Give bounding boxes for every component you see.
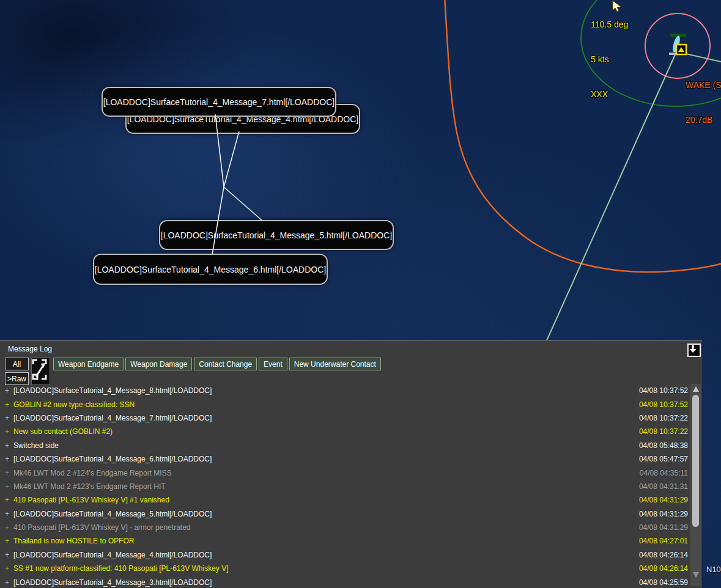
panel-title: Message Log	[8, 345, 52, 353]
log-row[interactable]: + GOBLIN #2 now type-classified: SSN 04/…	[0, 397, 690, 411]
expand-row-icon[interactable]: +	[5, 455, 13, 463]
log-timestamp: 04/08 10:37:22	[639, 427, 689, 436]
log-timestamp: 04/08 10:37:22	[639, 414, 689, 422]
unit-info-label: 110.5 deg 5 kts XXX	[591, 0, 628, 123]
log-timestamp: 04/08 04:35:11	[640, 469, 689, 477]
wake-contact-label: WAKE (S) 20.7dB	[686, 56, 721, 149]
orange-range-ring	[445, 0, 721, 272]
expand-row-icon[interactable]: +	[5, 578, 13, 587]
filter-contact-change[interactable]: Contact Change	[194, 358, 257, 370]
callout-text: [LOADDOC]SurfaceTutorial_4_Message_7.htm…	[103, 97, 335, 107]
expand-row-icon[interactable]: +	[5, 482, 13, 491]
filter-new-underwater-contact[interactable]: New Underwater Contact	[289, 358, 381, 370]
log-row[interactable]: + [LOADDOC]SurfaceTutorial_4_Message_7.h…	[0, 411, 690, 425]
log-row[interactable]: + SS #1 now platform-classified: 410 Pas…	[0, 562, 690, 575]
scrollbar-thumb[interactable]	[692, 395, 699, 527]
log-message: [LOADDOC]SurfaceTutorial_4_Message_6.htm…	[13, 455, 639, 463]
log-row[interactable]: + [LOADDOC]SurfaceTutorial_4_Message_6.h…	[0, 452, 690, 466]
selected-contact-box	[676, 45, 686, 54]
filter-raw-button[interactable]: >Raw	[5, 372, 29, 385]
log-scrollbar[interactable]	[690, 384, 701, 586]
course-leader-bar	[670, 34, 686, 37]
log-timestamp: 04/08 04:26:14	[639, 551, 689, 559]
message-log-panel: Message Log All >Raw	[0, 340, 702, 588]
expand-row-icon[interactable]: +	[5, 441, 13, 450]
expand-row-icon[interactable]: +	[5, 427, 13, 436]
log-timestamp: 04/08 04:25:59	[639, 578, 689, 587]
log-message: Mk46 LWT Mod 2 #123's Endgame Report HIT	[13, 482, 639, 491]
wake-name-label: WAKE (S)	[686, 79, 721, 91]
map-callout-message-5[interactable]: [LOADDOC]SurfaceTutorial_4_Message_5.htm…	[159, 220, 394, 250]
filter-event[interactable]: Event	[259, 358, 287, 370]
chip-label: Weapon Damage	[130, 360, 187, 369]
expand-row-icon[interactable]: +	[5, 564, 13, 573]
filter-weapon-damage[interactable]: Weapon Damage	[125, 358, 192, 370]
map-callout-message-7[interactable]: [LOADDOC]SurfaceTutorial_4_Message_7.htm…	[102, 87, 336, 117]
expand-row-icon[interactable]: +	[5, 400, 13, 409]
expand-row-icon[interactable]: +	[5, 510, 13, 518]
log-message: [LOADDOC]SurfaceTutorial_4_Message_8.htm…	[13, 386, 639, 395]
log-message: [LOADDOC]SurfaceTutorial_4_Message_4.htm…	[13, 551, 639, 559]
chip-label: Event	[264, 360, 283, 369]
expand-row-icon[interactable]: +	[5, 386, 13, 395]
resize-log-button[interactable]	[31, 358, 50, 385]
expand-row-icon[interactable]: +	[5, 414, 13, 422]
expand-row-icon[interactable]: +	[5, 551, 13, 559]
log-message: Mk46 LWT Mod 2 #124's Endgame Report MIS…	[13, 469, 640, 477]
map-callout-message-6[interactable]: [LOADDOC]SurfaceTutorial_4_Message_6.htm…	[93, 254, 328, 285]
wake-marker-bar	[669, 53, 676, 55]
log-message: [LOADDOC]SurfaceTutorial_4_Message_5.htm…	[13, 510, 639, 518]
contact-symbol-triangle	[678, 47, 684, 52]
log-message: 410 Pasopati [PL-613V Whiskey V] #1 vani…	[13, 496, 639, 504]
submarine-contact-icon[interactable]	[669, 34, 686, 55]
filter-all-label: All	[13, 360, 21, 369]
callout-text: [LOADDOC]SurfaceTutorial_4_Message_5.htm…	[161, 230, 392, 240]
expand-row-icon[interactable]: +	[5, 537, 13, 545]
filter-chip-row: Weapon Endgame Weapon Damage Contact Cha…	[53, 358, 381, 370]
filter-all-button[interactable]: All	[5, 358, 29, 370]
log-timestamp: 04/08 04:31:29	[639, 523, 689, 532]
log-timestamp: 04/08 10:37:52	[639, 400, 689, 409]
filter-raw-label: >Raw	[7, 375, 26, 383]
log-row[interactable]: + 410 Pasopati [PL-613V Whiskey V] - arm…	[0, 521, 690, 534]
log-row[interactable]: + New sub contact (GOBLIN #2) 04/08 10:3…	[0, 425, 690, 438]
chip-label: Weapon Endgame	[58, 360, 119, 369]
expand-arrows-icon	[32, 358, 47, 381]
submarine-hull-icon	[671, 35, 681, 53]
log-row[interactable]: + Thailand is now HOSTILE to OPFOR 04/08…	[0, 534, 690, 548]
scroll-down-icon[interactable]	[693, 572, 699, 578]
log-message: SS #1 now platform-classified: 410 Pasop…	[13, 564, 639, 573]
expand-row-icon[interactable]: +	[5, 469, 13, 477]
message-list: + [LOADDOC]SurfaceTutorial_4_Message_8.h…	[0, 384, 690, 588]
log-row[interactable]: + [LOADDOC]SurfaceTutorial_4_Message_8.h…	[0, 384, 690, 397]
wake-signal-label: 20.7dB	[686, 114, 721, 126]
log-row[interactable]: + Mk46 LWT Mod 2 #124's Endgame Report M…	[0, 466, 690, 479]
callout-text: [LOADDOC]SurfaceTutorial_4_Message_6.htm…	[95, 265, 326, 274]
log-timestamp: 04/08 10:37:52	[639, 386, 689, 395]
log-row[interactable]: + 410 Pasopati [PL-613V Whiskey V] #1 va…	[0, 493, 690, 507]
app-window: 110.5 deg 5 kts XXX WAKE (S) 20.7dB [LOA…	[0, 0, 721, 588]
log-timestamp: 04/08 05:47:57	[639, 455, 689, 463]
log-message: [LOADDOC]SurfaceTutorial_4_Message_7.htm…	[13, 414, 639, 422]
corner-position-label: N10	[706, 564, 721, 576]
log-timestamp: 04/08 04:26:14	[639, 564, 689, 573]
log-message: [LOADDOC]SurfaceTutorial_4_Message_3.htm…	[13, 578, 639, 587]
log-timestamp: 04/08 05:48:38	[639, 441, 689, 450]
log-timestamp: 04/08 04:31:29	[639, 496, 689, 504]
scroll-up-icon[interactable]	[693, 386, 699, 392]
log-row[interactable]: + Mk46 LWT Mod 2 #123's Endgame Report H…	[0, 480, 690, 493]
unit-course-label: 110.5 deg	[591, 19, 628, 31]
unit-id-label: XXX	[591, 89, 628, 100]
down-arrow-icon	[689, 345, 697, 353]
log-message: Switched side	[13, 441, 639, 450]
filter-weapon-endgame[interactable]: Weapon Endgame	[53, 358, 124, 370]
log-timestamp: 04/08 04:27:01	[639, 537, 689, 545]
log-row[interactable]: + [LOADDOC]SurfaceTutorial_4_Message_3.h…	[0, 575, 690, 588]
log-timestamp: 04/08 04:31:29	[639, 510, 689, 518]
log-row[interactable]: + [LOADDOC]SurfaceTutorial_4_Message_5.h…	[0, 507, 690, 521]
log-row[interactable]: + [LOADDOC]SurfaceTutorial_4_Message_4.h…	[0, 548, 690, 562]
log-row[interactable]: + Switched side 04/08 05:48:38	[0, 439, 690, 452]
collapse-panel-button[interactable]	[687, 344, 701, 357]
expand-row-icon[interactable]: +	[5, 496, 13, 504]
expand-row-icon[interactable]: +	[5, 523, 13, 532]
